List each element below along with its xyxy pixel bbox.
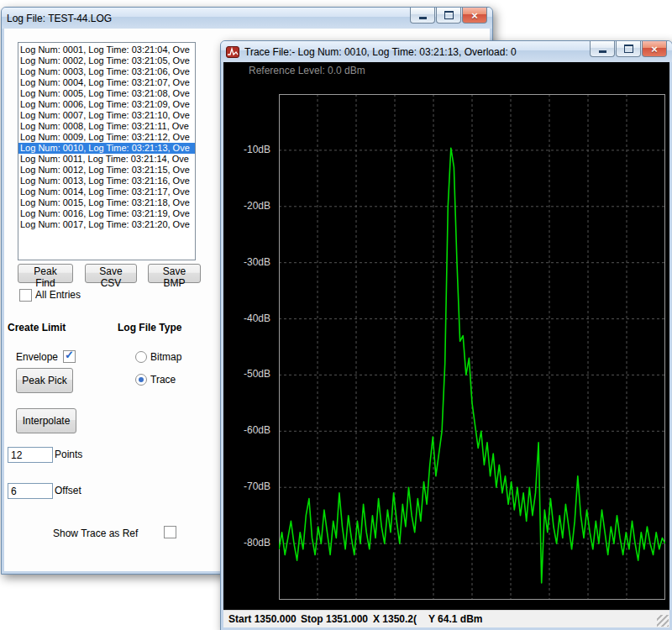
log-window-titlebar[interactable]: Log File: TEST-44.LOG ×: [2, 8, 492, 29]
trace-window: Trace File:- Log Num: 0010, Log Time: 03…: [220, 40, 672, 630]
log-entry[interactable]: Log Num: 0006, Log Time: 03:21:09, Ove: [18, 99, 195, 110]
maximize-button[interactable]: [616, 41, 641, 57]
minimize-button[interactable]: [590, 41, 615, 57]
maximize-icon: [624, 45, 633, 53]
log-entry[interactable]: Log Num: 0005, Log Time: 03:21:08, Ove: [18, 88, 195, 99]
trace-radio[interactable]: [135, 374, 147, 386]
points-label: Points: [55, 449, 82, 460]
all-entries-checkbox[interactable]: [19, 289, 32, 302]
status-start: Start 1350.000: [228, 613, 297, 625]
log-entry[interactable]: Log Num: 0013, Log Time: 03:21:16, Ove: [18, 176, 195, 186]
maximize-icon: [444, 11, 454, 19]
show-trace-as-ref-checkbox[interactable]: [164, 526, 176, 538]
trace-plot-svg: [279, 94, 665, 600]
log-entry[interactable]: Log Num: 0002, Log Time: 03:21:05, Ove: [18, 55, 195, 66]
desktop: Log File: TEST-44.LOG × Log Num: 0001, L…: [0, 0, 672, 630]
envelope-checkbox[interactable]: [63, 350, 76, 363]
y-axis-label: -70dB: [244, 480, 270, 492]
log-entry[interactable]: Log Num: 0014, Log Time: 03:21:17, Ove: [18, 186, 195, 197]
offset-label: Offset: [55, 485, 81, 496]
create-limit-heading: Create Limit: [8, 322, 66, 333]
interpolate-button[interactable]: Interpolate: [16, 408, 76, 433]
status-stop: Stop 1351.000: [301, 613, 368, 625]
y-axis-label: -10dB: [244, 144, 270, 155]
log-entry[interactable]: Log Num: 0007, Log Time: 03:21:10, Ove: [18, 110, 195, 121]
log-entry[interactable]: Log Num: 0011, Log Time: 03:21:14, Ove: [18, 154, 195, 165]
y-axis-label: -80dB: [244, 537, 270, 549]
close-icon: ×: [651, 44, 658, 55]
log-entry[interactable]: Log Num: 0004, Log Time: 03:21:07, Ove: [18, 77, 195, 88]
close-icon: ×: [471, 10, 478, 21]
chart-area: Reference Level: 0.0 dBm -10dB-20dB-30dB…: [223, 62, 669, 610]
y-axis-label: -40dB: [244, 312, 270, 324]
log-window-title: Log File: TEST-44.LOG: [7, 13, 112, 24]
log-file-type-heading: Log File Type: [118, 322, 181, 333]
log-window-controls: ×: [410, 8, 487, 24]
trace-radio-label[interactable]: Trace: [150, 374, 176, 386]
close-button[interactable]: ×: [462, 8, 487, 24]
log-entry[interactable]: Log Num: 0009, Log Time: 03:21:12, Ove: [18, 132, 195, 143]
all-entries-label[interactable]: All Entries: [35, 289, 81, 301]
trace-window-title: Trace File:- Log Num: 0010, Log Time: 03…: [244, 46, 517, 58]
log-entry[interactable]: Log Num: 0001, Log Time: 03:21:04, Ove: [18, 45, 195, 55]
close-button[interactable]: ×: [642, 41, 667, 57]
bitmap-radio[interactable]: [135, 351, 147, 363]
bitmap-radio-label[interactable]: Bitmap: [150, 351, 181, 363]
envelope-label[interactable]: Envelope: [16, 351, 58, 363]
trace-window-controls: ×: [590, 41, 667, 57]
y-axis-label: -50dB: [244, 368, 270, 380]
log-entry[interactable]: Log Num: 0015, Log Time: 03:21:18, Ove: [18, 197, 195, 208]
minimize-icon: [599, 50, 606, 53]
resize-grip[interactable]: [657, 615, 669, 627]
peak-find-button[interactable]: Peak Find: [18, 264, 73, 283]
points-input[interactable]: [8, 447, 53, 463]
trace-plot: [279, 94, 665, 600]
log-entry[interactable]: Log Num: 0003, Log Time: 03:21:06, Ove: [18, 66, 195, 77]
status-bar: Start 1350.000 Stop 1351.000 X 1350.2( Y…: [223, 610, 669, 627]
status-y: Y 64.1 dBm: [428, 613, 482, 625]
log-entry[interactable]: Log Num: 0016, Log Time: 03:21:19, Ove: [18, 208, 195, 219]
status-x: X 1350.2(: [373, 613, 417, 625]
save-csv-button[interactable]: Save CSV: [85, 264, 137, 283]
log-list[interactable]: Log Num: 0001, Log Time: 03:21:04, OveLo…: [18, 42, 196, 260]
log-entry[interactable]: Log Num: 0017, Log Time: 03:21:20, Ove: [18, 219, 195, 230]
save-bmp-button[interactable]: Save BMP: [148, 264, 201, 283]
log-entry[interactable]: Log Num: 0008, Log Time: 03:21:11, Ove: [18, 121, 195, 132]
maximize-button[interactable]: [436, 8, 461, 24]
y-axis-label: -30dB: [244, 256, 270, 268]
y-axis-label: -20dB: [244, 200, 270, 212]
y-axis-label: -60dB: [244, 424, 270, 436]
peak-pick-button[interactable]: Peak Pick: [16, 368, 73, 393]
y-axis-labels: -10dB-20dB-30dB-40dB-50dB-60dB-70dB-80dB: [223, 62, 276, 610]
log-entry[interactable]: Log Num: 0010, Log Time: 03:21:13, Ove: [18, 143, 195, 154]
minimize-icon: [419, 17, 427, 19]
trace-app-icon: [226, 45, 239, 59]
show-trace-as-ref-label[interactable]: Show Trace as Ref: [53, 528, 138, 539]
log-entry[interactable]: Log Num: 0012, Log Time: 03:21:15, Ove: [18, 165, 195, 176]
trace-window-titlebar[interactable]: Trace File:- Log Num: 0010, Log Time: 03…: [221, 41, 672, 62]
minimize-button[interactable]: [410, 8, 435, 24]
trace-window-body: Reference Level: 0.0 dBm -10dB-20dB-30dB…: [223, 62, 669, 627]
offset-input[interactable]: [8, 483, 53, 499]
